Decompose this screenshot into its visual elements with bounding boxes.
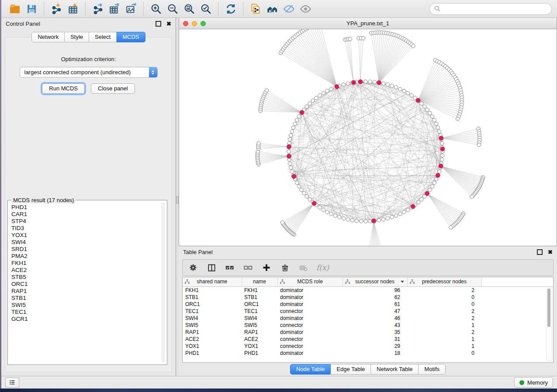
table-scrollbar[interactable] xyxy=(546,287,552,361)
export-network-button[interactable] xyxy=(90,2,106,16)
run-mcds-button[interactable]: Run MCDS xyxy=(42,83,85,94)
memory-button[interactable]: Memory xyxy=(514,377,553,388)
hide-selected-button[interactable] xyxy=(280,2,297,16)
table-cell-predecessor_nodes[interactable]: 2 xyxy=(407,308,481,315)
first-neighbors-button[interactable] xyxy=(264,2,280,16)
result-scrollbar[interactable] xyxy=(161,202,165,363)
table-cell-predecessor_nodes[interactable]: 0 xyxy=(407,294,481,301)
mcds-result-item[interactable]: STB1 xyxy=(11,295,160,302)
zoom-in-button[interactable] xyxy=(148,2,164,16)
import-table-button[interactable] xyxy=(65,2,81,16)
select-all-columns-button[interactable] xyxy=(225,262,235,273)
table-cell-name[interactable]: ORC1 xyxy=(242,301,277,308)
apply-layout-button[interactable] xyxy=(222,2,239,16)
tab-network-table[interactable]: Network Table xyxy=(371,364,419,375)
table-cell-name[interactable]: SWI5 xyxy=(242,322,277,329)
task-history-button[interactable] xyxy=(5,378,19,388)
search-input[interactable] xyxy=(443,5,547,13)
table-cell-name[interactable]: TEC1 xyxy=(242,308,277,315)
mcds-result-item[interactable]: STP4 xyxy=(11,218,160,225)
table-cell-mcds_role[interactable]: connector xyxy=(277,322,343,329)
table-cell-mcds_role[interactable]: dominator xyxy=(277,294,343,301)
float-panel-icon[interactable] xyxy=(156,21,161,27)
table-cell-successor_nodes[interactable]: 47 xyxy=(343,308,407,315)
search-field[interactable] xyxy=(429,3,552,15)
table-row[interactable]: SWI4SWI4dominator462 xyxy=(183,315,553,322)
table-row[interactable]: RAP1RAP1dominator352 xyxy=(183,329,553,336)
table-cell-successor_nodes[interactable]: 96 xyxy=(343,286,407,294)
tab-style[interactable]: Style xyxy=(65,32,89,42)
table-cell-successor_nodes[interactable]: 31 xyxy=(343,336,407,343)
table-row[interactable]: YOX1YOX1connector291 xyxy=(183,343,553,350)
mcds-result-item[interactable]: TID3 xyxy=(11,225,160,232)
table-cell-shared_name[interactable]: SWI4 xyxy=(183,315,242,322)
table-row[interactable]: ORC1ORC1dominator610 xyxy=(183,301,553,308)
mcds-result-item[interactable]: YOX1 xyxy=(11,232,160,239)
table-cell-name[interactable]: STB1 xyxy=(242,294,277,301)
open-session-button[interactable] xyxy=(7,2,23,16)
table-row[interactable]: STB1STB1dominator620 xyxy=(183,294,553,301)
criterion-select[interactable]: largest connected component (undirected) xyxy=(20,67,158,78)
table-cell-shared_name[interactable]: SWI5 xyxy=(183,322,242,329)
show-column-panel-button[interactable] xyxy=(206,262,217,273)
export-image-button[interactable] xyxy=(123,2,139,16)
mcds-result-item[interactable]: STB5 xyxy=(11,274,160,281)
table-cell-shared_name[interactable]: ACE2 xyxy=(183,336,242,343)
table-cell-mcds_role[interactable]: connector xyxy=(277,343,343,350)
table-cell-name[interactable]: YOX1 xyxy=(242,343,277,350)
tab-node-table[interactable]: Node Table xyxy=(290,364,331,375)
column-header[interactable]: shared name xyxy=(183,277,242,286)
network-graph[interactable] xyxy=(179,29,557,245)
mcds-result-item[interactable]: ACE2 xyxy=(11,267,160,274)
table-cell-mcds_role[interactable]: connector xyxy=(277,336,343,343)
mcds-result-item[interactable]: GCR1 xyxy=(11,316,160,323)
table-cell-shared_name[interactable]: YOX1 xyxy=(183,343,242,350)
vertical-splitter[interactable] xyxy=(176,18,179,376)
tab-network[interactable]: Network xyxy=(31,32,65,42)
table-cell-mcds_role[interactable]: dominator xyxy=(277,315,343,322)
table-row[interactable]: TEC1TEC1connector472 xyxy=(183,308,553,315)
table-row[interactable]: ACE2ACE2connector311 xyxy=(183,336,553,343)
table-cell-successor_nodes[interactable]: 29 xyxy=(343,343,407,350)
minimize-window-button[interactable] xyxy=(192,21,197,26)
delete-columns-button[interactable] xyxy=(280,262,290,273)
table-cell-predecessor_nodes[interactable]: 2 xyxy=(407,315,481,322)
zoom-selected-button[interactable] xyxy=(197,2,214,16)
table-cell-shared_name[interactable]: ORC1 xyxy=(183,301,242,308)
mcds-result-item[interactable]: SWI5 xyxy=(11,302,160,309)
column-header[interactable]: MCDS role xyxy=(277,277,343,286)
table-cell-name[interactable]: RAP1 xyxy=(242,329,277,336)
table-cell-name[interactable]: FKH1 xyxy=(242,286,277,294)
mcds-result-item[interactable]: PMA2 xyxy=(11,253,160,260)
close-panel-icon[interactable]: ✖ xyxy=(548,249,553,255)
new-column-button[interactable] xyxy=(261,262,272,273)
close-window-button[interactable] xyxy=(183,21,188,26)
table-settings-button[interactable] xyxy=(188,262,198,273)
table-cell-successor_nodes[interactable]: 35 xyxy=(343,329,407,336)
table-cell-predecessor_nodes[interactable]: 1 xyxy=(407,322,481,329)
function-builder-button[interactable]: f(x) xyxy=(316,262,329,273)
mcds-result-item[interactable]: RAP1 xyxy=(11,288,160,295)
table-cell-predecessor_nodes[interactable]: 2 xyxy=(407,286,481,294)
save-session-button[interactable] xyxy=(23,2,40,16)
table-cell-successor_nodes[interactable]: 18 xyxy=(343,350,407,357)
maximize-window-button[interactable] xyxy=(201,21,206,26)
clone-network-button[interactable] xyxy=(247,2,264,16)
deselect-all-columns-button[interactable] xyxy=(243,262,253,273)
table-cell-successor_nodes[interactable]: 43 xyxy=(343,322,407,329)
table-cell-predecessor_nodes[interactable]: 0 xyxy=(407,301,481,308)
table-cell-name[interactable]: ACE2 xyxy=(242,336,277,343)
tab-mcds[interactable]: MCDS xyxy=(117,32,145,42)
float-panel-icon[interactable] xyxy=(537,249,543,255)
mcds-result-item[interactable]: TEC1 xyxy=(11,309,160,316)
table-row[interactable]: PHD1PHD1dominator180 xyxy=(183,350,553,357)
show-all-button[interactable] xyxy=(297,2,314,16)
close-panel-button[interactable]: Close panel xyxy=(91,83,135,94)
mcds-result-item[interactable]: ORC1 xyxy=(11,281,160,288)
table-cell-mcds_role[interactable]: connector xyxy=(277,308,343,315)
table-cell-name[interactable]: PHD1 xyxy=(242,350,277,357)
zoom-out-button[interactable] xyxy=(164,2,181,16)
table-cell-mcds_role[interactable]: dominator xyxy=(277,286,343,294)
table-cell-shared_name[interactable]: RAP1 xyxy=(183,329,242,336)
close-panel-icon[interactable]: ✖ xyxy=(166,21,171,27)
